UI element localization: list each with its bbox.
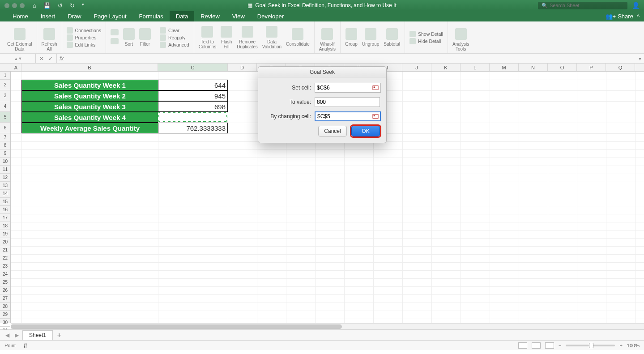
row-header-15[interactable]: 15 — [0, 198, 10, 206]
table-label[interactable]: Sales Quantity Week 2 — [21, 90, 158, 101]
row-header-2[interactable]: 2 — [0, 80, 10, 90]
reapply-button[interactable]: Reapply — [160, 34, 186, 41]
table-value[interactable]: 644 — [158, 80, 228, 90]
col-header-K[interactable]: K — [431, 64, 461, 71]
search-input[interactable] — [550, 3, 621, 8]
zoom-window-icon[interactable] — [20, 3, 25, 8]
minimize-window-icon[interactable] — [12, 3, 17, 8]
save-icon[interactable]: 💾 — [43, 2, 51, 9]
advanced-button[interactable]: Advanced — [160, 42, 189, 48]
row-header-4[interactable]: 4 — [0, 101, 10, 112]
by-changing-ref-button[interactable] — [371, 112, 380, 121]
add-sheet-button[interactable]: + — [55, 331, 64, 340]
set-cell-ref-button[interactable] — [371, 83, 380, 92]
sort-button[interactable]: Sort — [123, 28, 135, 47]
row-header-16[interactable]: 16 — [0, 206, 10, 214]
row-header-26[interactable]: 26 — [0, 286, 10, 294]
row-header-8[interactable]: 8 — [0, 141, 10, 149]
text-to-columns-button[interactable]: Text to Columns — [199, 26, 216, 49]
edit-links-button[interactable]: Edit Links — [67, 42, 96, 48]
col-header-M[interactable]: M — [490, 64, 519, 71]
row-header-10[interactable]: 10 — [0, 158, 10, 166]
row-header-21[interactable]: 21 — [0, 246, 10, 254]
row-header-12[interactable]: 12 — [0, 174, 10, 182]
remove-duplicates-button[interactable]: Remove Duplicates — [237, 26, 258, 49]
formula-bar-expand-icon[interactable]: ▾ — [639, 55, 644, 62]
row-header-20[interactable]: 20 — [0, 238, 10, 246]
group-button[interactable]: Group — [345, 28, 358, 47]
cancel-entry-icon[interactable]: ✕ — [39, 55, 44, 62]
get-external-data-button[interactable]: Get External Data — [3, 21, 37, 53]
zoom-slider[interactable] — [566, 345, 615, 346]
search-sheet-box[interactable]: 🔍 — [538, 2, 627, 9]
tab-review[interactable]: Review — [194, 11, 226, 21]
col-header-B[interactable]: B — [21, 64, 158, 71]
col-header-C[interactable]: C — [158, 64, 228, 71]
tab-nav-next-icon[interactable]: ▶ — [13, 332, 21, 338]
horizontal-scrollbar[interactable] — [11, 323, 644, 329]
hide-detail-button[interactable]: Hide Detail — [409, 38, 441, 44]
tab-view[interactable]: View — [226, 11, 251, 21]
name-box[interactable]: ▲▼ — [0, 54, 36, 63]
redo-icon[interactable]: ↻ — [70, 2, 75, 9]
sheet-tab-active[interactable]: Sheet1 — [22, 330, 53, 340]
zoom-knob[interactable] — [589, 343, 593, 348]
row-header-7[interactable]: 7 — [0, 133, 10, 141]
row-header-27[interactable]: 27 — [0, 294, 10, 303]
user-icon[interactable]: 👤 — [632, 2, 640, 9]
row-header-22[interactable]: 22 — [0, 254, 10, 262]
tab-developer[interactable]: Developer — [251, 11, 290, 21]
flash-fill-button[interactable]: Flash Fill — [221, 26, 232, 49]
table-label[interactable]: Sales Quantity Week 1 — [21, 80, 158, 90]
table-value[interactable] — [158, 112, 228, 123]
row-header-30[interactable]: 30 — [0, 319, 10, 327]
consolidate-button[interactable]: Consolidate — [286, 28, 310, 47]
row-header-29[interactable]: 29 — [0, 311, 10, 319]
properties-button[interactable]: Properties — [67, 34, 97, 41]
home-icon[interactable]: ⌂ — [33, 2, 36, 9]
tab-home[interactable]: Home — [6, 11, 34, 21]
col-header-O[interactable]: O — [548, 64, 577, 71]
tab-data[interactable]: Data — [170, 11, 194, 21]
table-label[interactable]: Sales Quantity Week 3 — [21, 101, 158, 112]
row-header-6[interactable]: 6 — [0, 123, 10, 133]
ribbon-collapse-icon[interactable]: ^ — [637, 13, 640, 20]
row-header-31[interactable]: 31 — [0, 327, 10, 329]
row-header-9[interactable]: 9 — [0, 149, 10, 158]
subtotal-button[interactable]: Subtotal — [384, 28, 400, 47]
row-header-28[interactable]: 28 — [0, 303, 10, 311]
fx-label[interactable]: fx — [57, 55, 64, 62]
row-header-23[interactable]: 23 — [0, 262, 10, 270]
row-header-5[interactable]: 5 — [0, 112, 10, 123]
row-header-17[interactable]: 17 — [0, 214, 10, 222]
page-layout-view-button[interactable] — [532, 342, 541, 349]
connections-button[interactable]: Connections — [67, 27, 101, 34]
normal-view-button[interactable] — [518, 342, 527, 349]
tab-insert[interactable]: Insert — [34, 11, 62, 21]
zoom-level[interactable]: 100% — [627, 343, 640, 348]
table-value[interactable]: 945 — [158, 90, 228, 101]
col-header-J[interactable]: J — [402, 64, 431, 71]
whatif-button[interactable]: What-If Analysis — [315, 21, 341, 53]
to-value-input[interactable] — [315, 97, 380, 107]
tab-draw[interactable]: Draw — [61, 11, 87, 21]
col-header-P[interactable]: P — [577, 64, 606, 71]
ok-button[interactable]: OK — [351, 126, 380, 136]
table-label[interactable]: Sales Quantity Week 4 — [21, 112, 158, 123]
row-header-3[interactable]: 3 — [0, 90, 10, 101]
sort-asc-button[interactable] — [111, 29, 119, 46]
zoom-out-button[interactable]: − — [559, 343, 561, 348]
qat-customize-icon[interactable]: ▾ — [82, 2, 84, 9]
row-header-14[interactable]: 14 — [0, 190, 10, 198]
show-detail-button[interactable]: Show Detail — [409, 31, 443, 37]
table-value[interactable]: 762.3333333 — [158, 123, 228, 133]
enter-entry-icon[interactable]: ✓ — [48, 55, 53, 62]
col-header-Q[interactable]: Q — [606, 64, 635, 71]
undo-icon[interactable]: ↺ — [58, 2, 63, 9]
row-header-11[interactable]: 11 — [0, 166, 10, 174]
table-value[interactable]: 698 — [158, 101, 228, 112]
clear-button[interactable]: Clear — [160, 27, 179, 34]
scroll-thumb[interactable] — [11, 324, 342, 329]
tab-nav-prev-icon[interactable]: ◀ — [4, 332, 11, 338]
row-header-13[interactable]: 13 — [0, 182, 10, 190]
